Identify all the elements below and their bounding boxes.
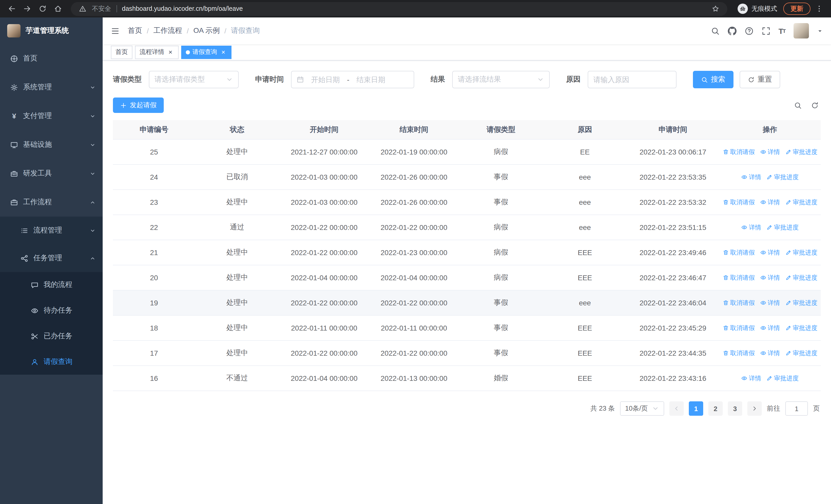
sidebar-item-todo-task[interactable]: 待办任务: [0, 298, 103, 323]
bookmark-star-icon[interactable]: [709, 2, 722, 16]
detail-link[interactable]: 详情: [741, 223, 761, 232]
fontsize-icon[interactable]: TT: [778, 26, 785, 35]
detail-link[interactable]: 详情: [760, 298, 780, 307]
browser-reload-icon[interactable]: [36, 2, 49, 16]
approval-progress-link[interactable]: 审批进度: [785, 198, 818, 207]
reason-input[interactable]: [593, 76, 671, 84]
detail-link[interactable]: 详情: [760, 349, 780, 357]
start-date-input[interactable]: [306, 76, 345, 84]
page-button-3[interactable]: 3: [728, 402, 742, 416]
detail-link[interactable]: 详情: [760, 273, 780, 282]
cell-actions: 取消请假详情审批进度: [719, 148, 821, 156]
cell-reason: EEE: [543, 273, 627, 282]
action-label: 详情: [749, 173, 761, 181]
reset-button[interactable]: 重置: [740, 71, 780, 88]
result-select[interactable]: 请选择流结果: [452, 71, 550, 88]
breadcrumb-item[interactable]: 工作流程: [153, 26, 182, 35]
approval-progress-link[interactable]: 审批进度: [766, 223, 799, 232]
sidebar-item-done-task[interactable]: 已办任务: [0, 323, 103, 349]
cancel-leave-link[interactable]: 取消请假: [722, 198, 755, 207]
goto-page-input[interactable]: [785, 402, 808, 416]
table-row: 24已取消2022-01-03 00:00:002022-01-26 00:00…: [113, 165, 821, 190]
leave-type-select[interactable]: 请选择请假类型: [149, 71, 239, 88]
tab-leave-query[interactable]: 请假查询×: [181, 46, 231, 59]
browser-menu-icon[interactable]: [812, 2, 826, 16]
eye-icon: [741, 174, 747, 180]
search-toggle-icon[interactable]: [794, 101, 802, 109]
sidebar-item-infrastructure[interactable]: 基础设施: [0, 130, 103, 159]
table-row: 25处理中2021-12-27 00:00:002022-01-19 00:00…: [113, 140, 821, 165]
sidebar-item-leave-query[interactable]: 请假查询: [0, 349, 103, 375]
detail-link[interactable]: 详情: [760, 324, 780, 332]
cell-apply-no: 20: [113, 273, 195, 282]
page-buttons: 123: [689, 402, 742, 416]
approval-progress-link[interactable]: 审批进度: [785, 298, 818, 307]
action-label: 详情: [768, 349, 780, 357]
cancel-leave-link[interactable]: 取消请假: [722, 324, 755, 332]
sidebar-item-home[interactable]: 首页: [0, 44, 103, 73]
action-label: 详情: [749, 223, 761, 232]
breadcrumb-item[interactable]: OA 示例: [194, 26, 220, 35]
approval-progress-link[interactable]: 审批进度: [766, 374, 799, 383]
tab-process-detail[interactable]: 流程详情×: [135, 46, 179, 59]
cancel-leave-link[interactable]: 取消请假: [722, 148, 755, 156]
detail-link[interactable]: 详情: [760, 248, 780, 257]
browser-forward-icon[interactable]: [21, 2, 34, 16]
page-button-2[interactable]: 2: [708, 402, 723, 416]
table-refresh-icon[interactable]: [811, 101, 819, 109]
browser-home-icon[interactable]: [51, 2, 65, 16]
cell-start-time: 2022-01-22 00:00:00: [279, 349, 369, 357]
page-size-select[interactable]: 10条/页: [620, 402, 664, 416]
tab-label: 首页: [115, 48, 128, 56]
next-page-button[interactable]: [747, 402, 762, 416]
approval-progress-link[interactable]: 审批进度: [785, 349, 818, 357]
sidebar-item-dev-tools[interactable]: 研发工具: [0, 159, 103, 188]
sidebar-item-workflow[interactable]: 工作流程: [0, 188, 103, 216]
page-button-1[interactable]: 1: [689, 402, 703, 416]
close-icon[interactable]: ×: [220, 49, 227, 56]
approval-progress-link[interactable]: 审批进度: [785, 148, 818, 156]
help-icon[interactable]: [745, 26, 753, 35]
close-icon[interactable]: ×: [167, 49, 174, 56]
sidebar-item-label: 研发工具: [23, 169, 85, 178]
detail-link[interactable]: 详情: [760, 148, 780, 156]
tab-home[interactable]: 首页: [111, 46, 133, 59]
address-bar[interactable]: 不安全 dashboard.yudao.iocoder.cn/bpm/oa/le…: [71, 2, 727, 16]
sidebar-item-process-management[interactable]: 流程管理: [0, 216, 103, 244]
approval-progress-link[interactable]: 审批进度: [785, 324, 818, 332]
detail-link[interactable]: 详情: [760, 198, 780, 207]
leave-type-label: 请假类型: [113, 75, 142, 84]
cancel-leave-link[interactable]: 取消请假: [722, 349, 755, 357]
app-logo[interactable]: 芋道管理系统: [0, 18, 103, 44]
github-icon[interactable]: [727, 26, 736, 35]
detail-link[interactable]: 详情: [741, 374, 761, 383]
sidebar-item-my-process[interactable]: 我的流程: [0, 272, 103, 298]
menu-fold-icon[interactable]: [111, 26, 120, 35]
apply-time-range-picker[interactable]: -: [291, 71, 414, 88]
approval-progress-link[interactable]: 审批进度: [785, 273, 818, 282]
sidebar-item-system[interactable]: 系统管理: [0, 73, 103, 101]
approval-progress-link[interactable]: 审批进度: [785, 248, 818, 257]
cell-status: 已取消: [195, 173, 279, 182]
search-button[interactable]: 搜索: [693, 71, 734, 88]
avatar-caret-icon[interactable]: [817, 28, 823, 34]
tab-bar: 首页流程详情×请假查询×: [103, 44, 831, 61]
browser-update-button[interactable]: 更新: [783, 3, 810, 15]
avatar[interactable]: [794, 23, 809, 38]
cancel-leave-link[interactable]: 取消请假: [722, 248, 755, 257]
cancel-leave-link[interactable]: 取消请假: [722, 273, 755, 282]
cancel-leave-link[interactable]: 取消请假: [722, 298, 755, 307]
action-label: 审批进度: [793, 273, 818, 282]
sidebar-item-payment[interactable]: ¥支付管理: [0, 101, 103, 130]
browser-back-icon[interactable]: [5, 2, 19, 16]
search-icon[interactable]: [711, 26, 719, 35]
create-leave-button[interactable]: 发起请假: [113, 97, 164, 113]
eye-icon: [741, 224, 747, 231]
end-date-input[interactable]: [351, 76, 390, 84]
approval-progress-link[interactable]: 审批进度: [766, 173, 799, 181]
prev-page-button[interactable]: [669, 402, 684, 416]
fullscreen-icon[interactable]: [762, 26, 770, 35]
detail-link[interactable]: 详情: [741, 173, 761, 181]
sidebar-item-task-management[interactable]: 任务管理: [0, 244, 103, 272]
breadcrumb-item[interactable]: 首页: [128, 26, 142, 35]
